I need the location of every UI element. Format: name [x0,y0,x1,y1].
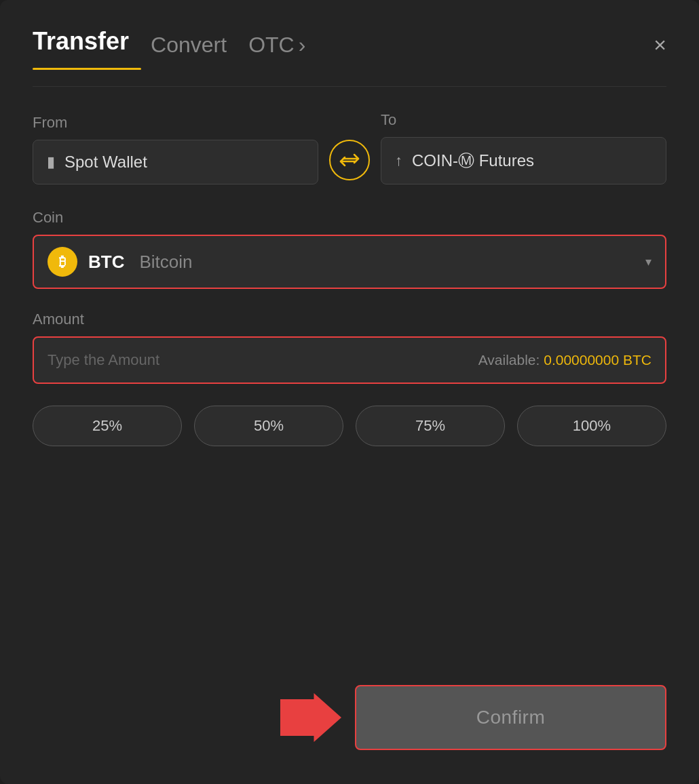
pct-25-button[interactable]: 25% [33,406,182,446]
wallet-card-icon: ▮ [47,153,55,171]
from-to-row: From ▮ Spot Wallet To ↑ COIN-Ⓜ Futures [33,111,666,184]
transfer-modal: Transfer Convert OTC › × From ▮ Spot Wal… [0,0,699,784]
to-wallet-text: COIN-Ⓜ Futures [412,150,534,172]
amount-input[interactable] [48,351,478,369]
coin-label: Coin [33,209,666,227]
confirm-button[interactable]: Confirm [355,685,666,750]
swap-btn-container [329,140,370,184]
from-label: From [33,114,318,132]
otc-chevron-icon: › [299,33,306,58]
confirm-row: Confirm [33,685,666,750]
amount-label: Amount [33,311,666,328]
amount-box: Available: 0.00000000 BTC [33,336,666,384]
from-wallet-selector[interactable]: ▮ Spot Wallet [33,140,318,184]
percentage-row: 25% 50% 75% 100% [33,406,666,446]
tab-transfer[interactable]: Transfer [33,27,129,62]
coin-name: Bitcoin [139,252,192,273]
arrow-container [33,690,355,745]
btc-icon: ₿ [48,247,77,277]
header-divider [33,86,666,87]
from-wallet-text: Spot Wallet [64,153,147,172]
red-arrow-icon [280,690,341,745]
futures-icon: ↑ [395,152,402,170]
close-button[interactable]: × [654,34,666,56]
to-section: To ↑ COIN-Ⓜ Futures [381,111,666,184]
amount-section: Amount Available: 0.00000000 BTC [33,311,666,384]
pct-100-button[interactable]: 100% [517,406,666,446]
swap-button[interactable] [329,140,370,180]
to-label: To [381,111,666,129]
pct-75-button[interactable]: 75% [356,406,505,446]
from-section: From ▮ Spot Wallet [33,114,318,184]
tab-convert[interactable]: Convert [151,33,227,58]
modal-header: Transfer Convert OTC › × [33,27,666,62]
svg-marker-0 [280,693,341,742]
to-wallet-selector[interactable]: ↑ COIN-Ⓜ Futures [381,137,666,184]
coin-chevron-icon: ▾ [645,254,651,269]
tab-otc[interactable]: OTC › [248,33,305,58]
swap-icon [339,152,360,168]
available-text: Available: 0.00000000 BTC [478,352,651,368]
coin-section: Coin ₿ BTC Bitcoin ▾ [33,209,666,289]
pct-50-button[interactable]: 50% [194,406,343,446]
coin-symbol: BTC [88,252,124,273]
coin-selector-dropdown[interactable]: ₿ BTC Bitcoin ▾ [33,235,666,289]
available-value: 0.00000000 BTC [544,352,651,368]
tab-underline [33,68,141,70]
